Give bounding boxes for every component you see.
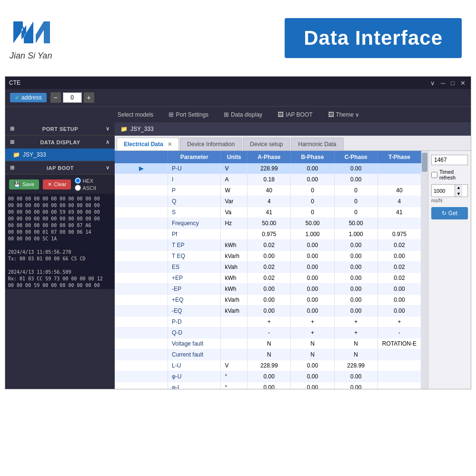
window-title: CTE: [9, 79, 20, 86]
theme-icon: 🖼: [328, 111, 334, 118]
table-row[interactable]: φ-I°0.000.000.00: [115, 382, 421, 389]
table-row[interactable]: FrequencyHz50.0050.0050.00: [115, 218, 421, 229]
b-phase-cell: 0.00: [291, 360, 334, 371]
timed-refresh-checkbox[interactable]: [431, 172, 437, 178]
increment-btn[interactable]: +: [84, 92, 94, 103]
tab-device-information[interactable]: Device Information: [180, 138, 242, 150]
nav-select-models[interactable]: Select models: [115, 110, 156, 119]
log-rx-line: Rx: 01 03 CC 59 73 00 00 00 00 12: [8, 276, 112, 282]
col-param-header: Parameter: [168, 151, 220, 163]
tab-device-setup-label: Device setup: [250, 141, 283, 148]
ms-down-btn[interactable]: ▼: [455, 191, 462, 197]
data-table-container: Parameter Units A-Phase B-Phase C-Phase …: [115, 151, 421, 389]
sidebar-header-iap-boot[interactable]: ⊞ IAP BOOT ∨: [5, 161, 115, 174]
sidebar-header-data-display[interactable]: ⊞ DATA DISPLAY ∧: [5, 136, 115, 149]
save-icon: 💾: [14, 181, 20, 188]
table-row[interactable]: -EPkWh0.000.000.000.00: [115, 284, 421, 295]
b-phase-cell: +: [291, 317, 334, 327]
counter-input[interactable]: [63, 92, 82, 103]
table-row[interactable]: Voltage faultNNNROTATION-E: [115, 338, 421, 349]
port-settings-icon: ⊞: [169, 111, 174, 118]
timed-refresh-label[interactable]: Timed refresh: [431, 169, 468, 180]
table-row[interactable]: SVa410041: [115, 207, 421, 218]
ascii-radio[interactable]: [75, 185, 81, 191]
minimize-btn[interactable]: ∨: [429, 79, 436, 87]
hex-radio[interactable]: [75, 178, 81, 184]
a-phase-cell: -: [248, 327, 291, 338]
save-log-button[interactable]: 💾 Save: [9, 179, 39, 189]
tab-device-setup[interactable]: Device setup: [243, 138, 290, 150]
decrement-btn[interactable]: −: [50, 92, 61, 103]
maximize-btn[interactable]: □: [449, 79, 456, 87]
table-row[interactable]: T EQkVarh0.000.000.000.00: [115, 251, 421, 262]
table-row[interactable]: -EQkVarh0.000.000.000.00: [115, 306, 421, 317]
sidebar: ⊞ PORT SETUP ∨ ⊞ DATA DISPLAY ∧ 📁 JSY_33…: [5, 122, 115, 389]
ms-up-btn[interactable]: ▲: [455, 185, 462, 191]
clear-icon: ✕: [48, 181, 52, 188]
row-indicator-cell: [115, 273, 168, 284]
t-phase-cell: [377, 163, 421, 174]
b-phase-cell: 0.00: [291, 284, 334, 295]
table-row[interactable]: ▶P-UV228.990.000.00: [115, 163, 421, 174]
table-row[interactable]: IA0.180.000.00: [115, 174, 421, 185]
table-row[interactable]: T EPkWh0.020.000.000.02: [115, 240, 421, 251]
address-button[interactable]: ✓ address: [10, 93, 47, 102]
table-row[interactable]: Pf0.9751.0001.0000.975: [115, 229, 421, 240]
tab-close-electrical[interactable]: ✕: [168, 141, 172, 147]
b-phase-cell: 0.00: [291, 262, 334, 273]
table-row[interactable]: +EPkWh0.020.000.000.02: [115, 273, 421, 284]
c-phase-cell: 50.00: [334, 218, 377, 229]
clear-log-button[interactable]: ✕ Clear: [43, 179, 71, 189]
nav-data-display[interactable]: ⊞ Data display: [221, 109, 265, 119]
row-indicator-cell: [115, 371, 168, 382]
device-path-label: JSY_333: [130, 126, 154, 132]
iap-sidebar-icon: ⊞: [10, 165, 15, 171]
table-row[interactable]: +EQkVarh0.000.000.000.00: [115, 295, 421, 306]
c-phase-cell: +: [334, 317, 377, 327]
ms-value-input[interactable]: [432, 187, 455, 195]
tab-electrical-data[interactable]: Electrical Data ✕: [117, 138, 179, 150]
refresh-value-input[interactable]: [431, 155, 468, 165]
row-indicator-cell: [115, 338, 168, 349]
nav-iap-boot[interactable]: 🖼 IAP BOOT: [275, 109, 315, 119]
table-row[interactable]: QVar4004: [115, 196, 421, 207]
ascii-radio-label[interactable]: ASCII: [75, 185, 96, 191]
col-a-phase-header: A-Phase: [248, 151, 291, 163]
log-line-3: 00 00 00 00 00 00 59 69 00 00 00: [8, 209, 112, 216]
param-cell: S: [168, 207, 220, 218]
sidebar-device-item[interactable]: 📁 JSY_333: [5, 149, 115, 161]
table-row[interactable]: Current faultNNN: [115, 349, 421, 360]
t-phase-cell: [377, 349, 421, 360]
c-phase-cell: 0.00: [334, 240, 377, 251]
table-row[interactable]: PW400040: [115, 185, 421, 196]
sidebar-header-port-setup[interactable]: ⊞ PORT SETUP ∨: [5, 122, 115, 135]
a-phase-cell: 228.99: [248, 163, 291, 174]
iap-boot-label: IAP BOOT: [286, 111, 312, 118]
a-phase-cell: 0.00: [248, 306, 291, 317]
col-units-header: Units: [221, 151, 248, 163]
nav-theme[interactable]: 🖼 Theme ∨: [325, 109, 363, 119]
log-line-8: [8, 242, 112, 249]
close-btn[interactable]: ✕: [459, 79, 467, 87]
tab-harmonic-data[interactable]: Harmonic Data: [291, 138, 343, 150]
c-phase-cell: 0.00: [334, 163, 377, 174]
get-button[interactable]: ↻ Get: [431, 207, 468, 219]
data-display-sidebar-toggle: ∧: [106, 139, 110, 145]
sidebar-section-port-setup: ⊞ PORT SETUP ∨: [5, 122, 115, 136]
right-panel: 📁 JSY_333 Electrical Data ✕ Device Infor…: [115, 122, 471, 389]
table-row[interactable]: ESkVah0.020.000.000.02: [115, 262, 421, 273]
table-row[interactable]: L-UV228.990.00228.99: [115, 360, 421, 371]
table-scrollbar[interactable]: [421, 151, 428, 389]
param-cell: P: [168, 185, 220, 196]
nav-port-settings[interactable]: ⊞ Port Settings: [166, 109, 211, 119]
minimize-window-btn[interactable]: ─: [439, 79, 446, 87]
units-cell: kVarh: [221, 251, 248, 262]
table-row[interactable]: Q-D-++-: [115, 327, 421, 338]
b-phase-cell: 0: [291, 207, 334, 218]
a-phase-cell: 0.975: [248, 229, 291, 240]
hex-radio-label[interactable]: HEX: [75, 178, 96, 184]
a-phase-cell: 0.18: [248, 174, 291, 185]
table-row[interactable]: φ-U°0.000.000.00: [115, 371, 421, 382]
row-indicator-cell: [115, 240, 168, 251]
table-row[interactable]: P-D++++: [115, 317, 421, 327]
